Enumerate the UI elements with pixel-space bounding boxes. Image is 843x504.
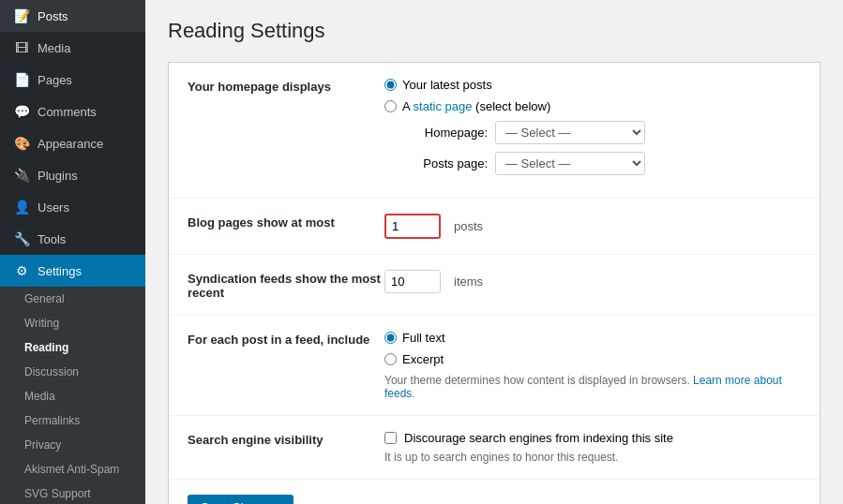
search-description: It is up to search engines to honor this… — [384, 451, 801, 464]
sidebar-label-plugins: Plugins — [38, 169, 78, 183]
submenu-reading[interactable]: Reading — [0, 335, 145, 360]
search-label: Search engine visibility — [188, 431, 384, 447]
submenu-writing[interactable]: Writing — [0, 311, 145, 335]
syndication-suffix: items — [454, 274, 483, 289]
sidebar-item-media[interactable]: 🎞 Media — [0, 32, 145, 64]
settings-icon: ⚙ — [13, 262, 30, 279]
static-page-link[interactable]: static page — [414, 99, 473, 113]
sidebar-label-settings: Settings — [38, 264, 82, 278]
homepage-content: Your latest posts A static page (select … — [384, 78, 801, 183]
submenu-akismet[interactable]: Akismet Anti-Spam — [0, 457, 145, 482]
homepage-row: Your homepage displays Your latest posts… — [169, 63, 820, 199]
sidebar-item-appearance[interactable]: 🎨 Appearance — [0, 127, 145, 159]
posts-icon: 📝 — [13, 7, 30, 24]
submenu-permalinks[interactable]: Permalinks — [0, 408, 145, 433]
pages-icon: 📄 — [13, 71, 30, 88]
settings-form: Your homepage displays Your latest posts… — [168, 62, 820, 504]
sidebar-item-plugins[interactable]: 🔌 Plugins — [0, 159, 145, 191]
sidebar: 📝 Posts 🎞 Media 📄 Pages 💬 Comments 🎨 App… — [0, 0, 145, 504]
save-button[interactable]: Save Changes — [188, 495, 294, 504]
feed-full-option: Full text — [384, 331, 801, 345]
homepage-select[interactable]: — Select — — [495, 121, 645, 144]
sidebar-item-settings[interactable]: ⚙ Settings — [0, 255, 145, 287]
blog-pages-input[interactable] — [384, 214, 441, 239]
blog-pages-row: Blog pages show at most posts — [169, 199, 820, 255]
posts-page-select[interactable]: — Select — — [495, 152, 645, 175]
submenu-discussion[interactable]: Discussion — [0, 360, 145, 384]
homepage-select-label: Homepage: — [403, 126, 488, 140]
sidebar-item-tools[interactable]: 🔧 Tools — [0, 223, 145, 255]
syndication-content: items — [384, 270, 801, 293]
radio-latest[interactable] — [384, 79, 397, 91]
comments-icon: 💬 — [13, 103, 30, 120]
syndication-input[interactable] — [384, 270, 441, 293]
feed-excerpt-option: Excerpt — [384, 352, 801, 366]
submenu-media[interactable]: Media — [0, 384, 145, 408]
blog-pages-suffix: posts — [454, 219, 483, 233]
sidebar-label-pages: Pages — [38, 73, 72, 87]
radio-static[interactable] — [384, 100, 397, 112]
feed-row: For each post in a feed, include Full te… — [169, 316, 820, 416]
radio-latest-option: Your latest posts — [384, 78, 801, 92]
appearance-icon: 🎨 — [13, 135, 30, 152]
sidebar-label-posts: Posts — [38, 9, 68, 23]
blog-pages-label: Blog pages show at most — [188, 214, 384, 230]
feed-full-label: Full text — [402, 331, 445, 345]
settings-submenu: General Writing Reading Discussion Media… — [0, 287, 145, 504]
submenu-privacy[interactable]: Privacy — [0, 433, 145, 457]
sidebar-item-users[interactable]: 👤 Users — [0, 191, 145, 223]
tools-icon: 🔧 — [13, 230, 30, 247]
search-checkbox-label: Discourage search engines from indexing … — [404, 431, 673, 445]
feed-content: Full text Excerpt Your theme determines … — [384, 331, 801, 400]
feed-excerpt-radio[interactable] — [384, 353, 397, 365]
form-submit: Save Changes — [169, 480, 820, 504]
syndication-row: Syndication feeds show the most recent i… — [169, 255, 820, 316]
homepage-select-row: Homepage: — Select — — [403, 121, 801, 144]
syndication-label: Syndication feeds show the most recent — [188, 270, 384, 300]
posts-page-label: Posts page: — [403, 156, 488, 170]
sidebar-item-pages[interactable]: 📄 Pages — [0, 64, 145, 96]
users-icon: 👤 — [13, 199, 30, 215]
media-icon: 🎞 — [13, 39, 30, 56]
sidebar-item-comments[interactable]: 💬 Comments — [0, 96, 145, 127]
sidebar-label-media: Media — [38, 41, 70, 55]
sidebar-label-users: Users — [38, 200, 69, 215]
sidebar-label-tools: Tools — [38, 232, 66, 246]
radio-latest-label: Your latest posts — [402, 78, 492, 92]
homepage-label: Your homepage displays — [188, 78, 384, 94]
page-selects: Homepage: — Select — Posts page: — Selec… — [403, 121, 801, 175]
sidebar-label-appearance: Appearance — [38, 137, 103, 151]
submenu-svg-support[interactable]: SVG Support — [0, 482, 145, 504]
plugins-icon: 🔌 — [13, 167, 30, 184]
search-checkbox[interactable] — [384, 432, 397, 444]
search-row: Search engine visibility Discourage sear… — [169, 416, 820, 480]
blog-pages-content: posts — [384, 214, 801, 239]
feed-label: For each post in a feed, include — [188, 331, 384, 347]
radio-static-option: A static page (select below) — [384, 99, 801, 113]
submenu-general[interactable]: General — [0, 287, 145, 311]
feed-full-radio[interactable] — [384, 332, 397, 344]
main-content: Reading Settings Your homepage displays … — [145, 0, 843, 504]
posts-page-select-row: Posts page: — Select — — [403, 152, 801, 175]
feed-description: Your theme determines how content is dis… — [384, 374, 801, 400]
feed-excerpt-label: Excerpt — [402, 352, 444, 366]
radio-static-label: A static page (select below) — [402, 99, 550, 113]
page-title: Reading Settings — [168, 19, 820, 43]
sidebar-label-comments: Comments — [38, 105, 97, 119]
search-content: Discourage search engines from indexing … — [384, 431, 801, 464]
sidebar-item-posts[interactable]: 📝 Posts — [0, 0, 145, 32]
